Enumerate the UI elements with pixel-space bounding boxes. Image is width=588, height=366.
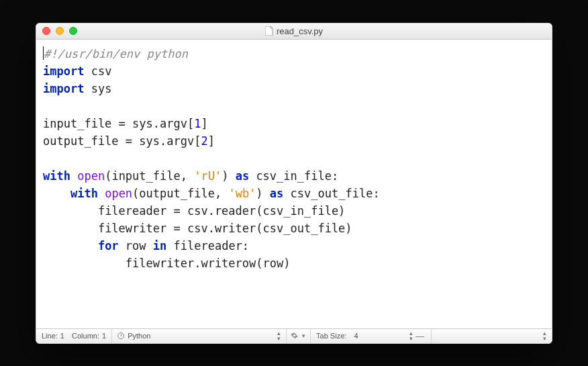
gear-icon <box>291 332 298 340</box>
titlebar[interactable]: read_csv.py <box>36 24 552 40</box>
minimize-button[interactable] <box>56 27 64 35</box>
status-bar: Line: 1 Column: 1 Python ▴▾ ▼ Tab Size: … <box>36 328 552 343</box>
stepper-icon[interactable]: ▴▾ <box>276 330 281 341</box>
zoom-button[interactable] <box>69 27 77 35</box>
close-button[interactable] <box>42 27 50 35</box>
right-stepper[interactable]: ▴▾ <box>536 329 552 343</box>
title-center: read_csv.py <box>36 26 552 36</box>
minus-icon[interactable]: — <box>414 331 426 341</box>
line-label: Line: <box>42 332 58 340</box>
editor-window: read_csv.py #!/usr/bin/env python import… <box>36 23 552 344</box>
tab-size-selector[interactable]: Tab Size: 4 ▴▾ — <box>311 329 432 343</box>
cursor-position[interactable]: Line: 1 Column: 1 <box>36 329 112 343</box>
window-title: read_csv.py <box>277 26 323 36</box>
clock-icon <box>117 332 124 339</box>
status-spacer <box>432 329 536 343</box>
code-content[interactable]: #!/usr/bin/env python import csv import … <box>43 45 545 272</box>
traffic-lights <box>36 27 77 35</box>
column-label: Column: <box>72 332 99 340</box>
tab-size-label: Tab Size: <box>316 332 346 340</box>
file-icon <box>265 26 273 36</box>
syntax-selector[interactable]: Python ▴▾ <box>112 329 287 343</box>
line-value: 1 <box>60 332 64 340</box>
stepper-icon[interactable]: ▴▾ <box>542 330 546 341</box>
editor-area[interactable]: #!/usr/bin/env python import csv import … <box>36 40 552 328</box>
stepper-icon[interactable]: ▴▾ <box>408 330 413 341</box>
syntax-label: Python <box>128 332 150 340</box>
settings-dropdown[interactable]: ▼ <box>287 329 311 343</box>
tab-size-value: 4 <box>354 332 358 340</box>
column-value: 1 <box>102 332 106 340</box>
